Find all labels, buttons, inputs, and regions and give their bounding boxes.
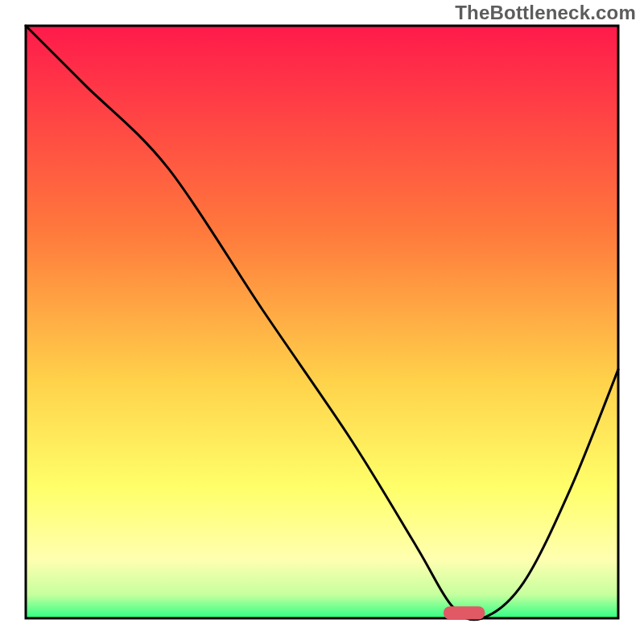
plot-background xyxy=(26,26,618,618)
bottleneck-chart xyxy=(0,0,644,644)
optimal-marker xyxy=(444,606,485,619)
